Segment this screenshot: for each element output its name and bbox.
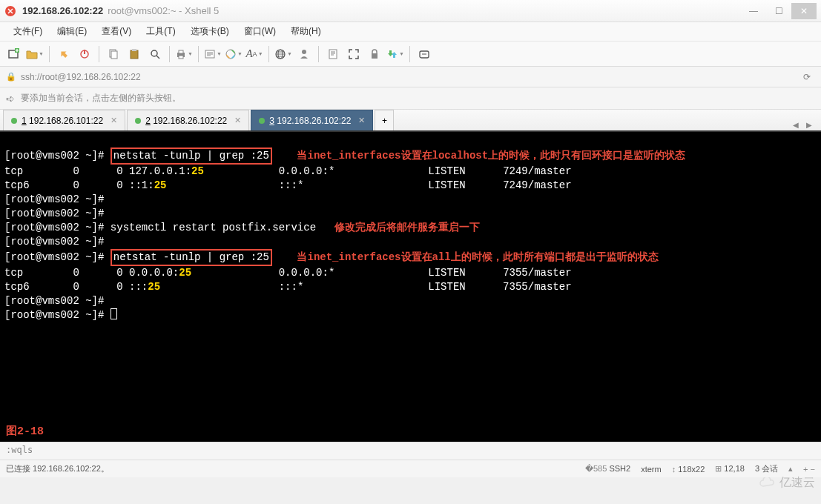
term-size: 118x22: [678, 465, 705, 474]
menu-view[interactable]: 查看(V): [96, 23, 137, 40]
session-count: 3 会话: [755, 463, 778, 474]
menu-help[interactable]: 帮助(H): [285, 23, 327, 40]
cursor-pos: 12,18: [724, 464, 745, 473]
svg-rect-11: [179, 50, 183, 53]
svg-rect-4: [84, 50, 85, 54]
terminal-line: [root@vms002 ~]# systemctl restart postf…: [4, 222, 480, 233]
ssh-icon: �585: [585, 464, 607, 473]
menu-tools[interactable]: 工具(T): [140, 23, 181, 40]
close-button[interactable]: ✕: [791, 3, 817, 19]
app-icon: [4, 5, 16, 17]
hint-bar: ➪ 要添加当前会话，点击左侧的箭头按钮。: [0, 87, 821, 110]
cursor-icon: [111, 308, 117, 319]
print-button[interactable]: ▼: [174, 44, 194, 64]
session-tab-2[interactable]: 2 192.168.26.102:22 ✕: [127, 110, 249, 130]
lock-icon: 🔒: [6, 72, 16, 82]
properties-button[interactable]: ▼: [203, 44, 222, 64]
user-button[interactable]: [294, 44, 314, 64]
ssh-version: SSH2: [609, 464, 630, 473]
terminal-line: [root@vms002 ~]#: [4, 309, 117, 321]
connection-status: 已连接 192.168.26.102:22。: [6, 463, 109, 474]
copy-button[interactable]: [104, 44, 123, 64]
find-button[interactable]: [145, 44, 165, 64]
session-tab-1[interactable]: 1 192.168.26.101:22 ✕: [3, 110, 125, 130]
svg-rect-6: [111, 51, 117, 59]
help-button[interactable]: [415, 44, 434, 64]
svg-point-9: [151, 50, 157, 56]
minimize-button[interactable]: —: [741, 3, 766, 19]
terminal-line: [root@vms002 ~]# netstat -tunlp | grep :…: [4, 251, 659, 263]
terminal-line: tcp6 0 0 ::1:25 :::* LISTEN 7249/master: [4, 179, 572, 191]
refresh-icon[interactable]: ⟳: [799, 72, 815, 82]
svg-rect-18: [329, 50, 337, 59]
terminal-line: [root@vms002 ~]#: [4, 193, 111, 205]
status-bar: 已连接 192.168.26.102:22。 �585 SSH2 xterm ↕…: [0, 460, 821, 477]
minus-icon[interactable]: −: [811, 465, 815, 474]
menu-window[interactable]: 窗口(W): [238, 23, 282, 40]
terminal-line: tcp 0 0 0.0.0.0:25 0.0.0.0:* LISTEN 7355…: [4, 267, 572, 279]
hint-text: 要添加当前会话，点击左侧的箭头按钮。: [21, 92, 181, 105]
window-title: 192.168.26.102:22: [22, 5, 103, 16]
session-tab-3[interactable]: 3 192.168.26.102:22 ✕: [251, 110, 373, 130]
terminal-line: [root@vms002 ~]#: [4, 295, 111, 307]
reconnect-button[interactable]: [54, 44, 73, 64]
menu-edit[interactable]: 编辑(E): [51, 23, 93, 40]
terminal-line: [root@vms002 ~]#: [4, 236, 111, 248]
add-session-arrow-icon[interactable]: ➪: [6, 93, 15, 105]
paste-button[interactable]: [125, 44, 144, 64]
tab-close-icon[interactable]: ✕: [358, 116, 365, 125]
transfer-button[interactable]: ▼: [386, 44, 405, 64]
cloud-icon: [759, 477, 777, 489]
disconnect-button[interactable]: [75, 44, 94, 64]
open-button[interactable]: ▼: [25, 44, 44, 64]
toolbar: ▼ ▼ ▼ ▼ AA▼ ▼ ▼: [0, 42, 821, 67]
pos-icon: ⊞: [715, 464, 722, 473]
titlebar: 192.168.26.102:22 root@vms002:~ - Xshell…: [0, 0, 821, 22]
svg-rect-8: [132, 49, 136, 51]
maximize-button[interactable]: ☐: [766, 3, 791, 19]
window-subtitle: root@vms002:~ - Xshell 5: [108, 5, 219, 16]
font-button[interactable]: AA▼: [245, 44, 264, 64]
globe-button[interactable]: ▼: [274, 44, 293, 64]
menu-file[interactable]: 文件(F): [7, 23, 48, 40]
menubar: 文件(F) 编辑(E) 查看(V) 工具(T) 选项卡(B) 窗口(W) 帮助(…: [0, 22, 821, 42]
terminal-line: tcp6 0 0 :::25 :::* LISTEN 7355/master: [4, 281, 572, 293]
size-icon: ↕: [672, 465, 676, 474]
svg-rect-19: [372, 53, 377, 59]
command-line[interactable]: :wqls: [0, 442, 821, 460]
terminal-line: [root@vms002 ~]# netstat -tunlp | grep :…: [4, 150, 685, 162]
tab-bar: 1 192.168.26.101:22 ✕ 2 192.168.26.102:2…: [0, 110, 821, 132]
terminal-line: [root@vms002 ~]#: [4, 208, 111, 219]
tab-close-icon[interactable]: ✕: [234, 116, 241, 125]
term-type: xterm: [641, 465, 662, 474]
color-button[interactable]: ▼: [224, 44, 243, 64]
figure-label: 图2-18: [6, 425, 44, 439]
tab-scroll-right-icon[interactable]: ▶: [803, 119, 815, 130]
new-session-button[interactable]: [4, 44, 24, 64]
status-dot-icon: [259, 118, 265, 124]
address-bar: 🔒 ssh://root@192.168.26.102:22 ⟳: [0, 67, 821, 87]
watermark: 亿速云: [759, 475, 815, 491]
tab-scroll-left-icon[interactable]: ◀: [790, 119, 802, 130]
session-url[interactable]: ssh://root@192.168.26.102:22: [21, 72, 141, 82]
tab-close-icon[interactable]: ✕: [111, 116, 117, 125]
status-dot-icon: [135, 118, 141, 124]
fullscreen-button[interactable]: [344, 44, 363, 64]
plus-icon[interactable]: +: [803, 465, 808, 474]
lock-button[interactable]: [365, 44, 384, 64]
script-button[interactable]: [323, 44, 343, 64]
menu-tab[interactable]: 选项卡(B): [185, 23, 235, 40]
terminal[interactable]: [root@vms002 ~]# netstat -tunlp | grep :…: [0, 132, 821, 442]
status-dot-icon: [11, 118, 17, 124]
svg-rect-7: [131, 50, 138, 59]
new-tab-button[interactable]: +: [375, 110, 394, 130]
chevron-up-icon[interactable]: ▴: [788, 464, 793, 474]
svg-rect-12: [179, 56, 183, 59]
svg-point-17: [302, 50, 306, 54]
terminal-line: tcp 0 0 127.0.0.1:25 0.0.0.0:* LISTEN 72…: [4, 165, 572, 177]
